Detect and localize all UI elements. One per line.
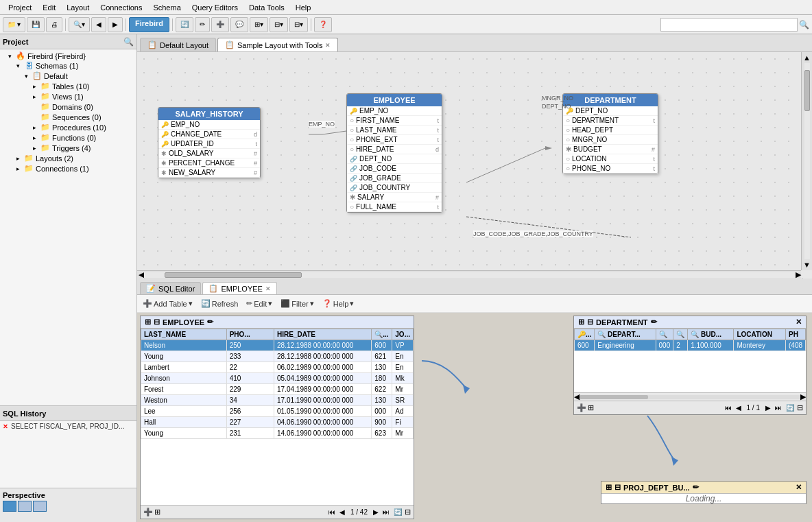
dept-col-phone_no[interactable]: ○ PHONE_NO t [563,164,658,174]
dept-close-icon[interactable]: ✕ [796,318,802,327]
emp-col-header-phone[interactable]: PHO... [226,329,274,340]
table-row[interactable]: 600 Engineering 000 2 1.100.000 Monterey… [575,340,806,351]
emp-nav-last[interactable]: ⏭ [381,508,391,516]
tree-item-views[interactable]: ▸ 📁 Views (1) [0,91,136,102]
diagram-table-employee[interactable]: EMPLOYEE 🔑 EMP_NO ○ FIRST_NAME t ○ LAST_… [346,93,442,213]
dept-nav-settings[interactable]: ⊟ [797,403,803,412]
sql-history-item[interactable]: SELECT FISCAL_YEAR, PROJ_ID... [0,421,136,431]
emp-col-last_name[interactable]: ○ LAST_NAME t [347,126,442,135]
menu-help[interactable]: Help [290,2,317,13]
dept-col-head_dept[interactable]: ○ HEAD_DEPT [563,126,658,135]
add-table-tb-btn[interactable]: ➕ [211,17,229,32]
global-search[interactable] [660,18,798,32]
tree-item-triggers[interactable]: ▸ 📁 Triggers (4) [0,143,136,153]
dept-nav-first[interactable]: ⏮ [724,404,733,412]
diagram-table-salary-history[interactable]: SALARY_HISTORY 🔑 EMP_NO 🔑 CHANGE_DATE d … [158,107,261,178]
refresh-data-btn[interactable]: 🔄 Refresh [198,298,241,309]
tree-item-firebird[interactable]: ▾ 🔥 Firebird {Firebird} [0,51,136,61]
save-btn[interactable]: 💾 [27,17,45,32]
grid-btn[interactable]: ⊞▾ [250,17,268,32]
diagram-vscroll[interactable]: ▲ ▼ [801,52,812,270]
refresh-btn[interactable]: 🔄 [176,17,193,32]
dept-col-header-ph[interactable]: PH [785,329,805,340]
hscroll-track[interactable] [144,272,796,278]
emp-col-emp_no[interactable]: 🔑 EMP_NO [347,106,442,116]
emp-col-first_name[interactable]: ○ FIRST_NAME t [347,116,442,126]
edit-data-btn[interactable]: ✏ Edit ▾ [243,298,275,309]
arrange-btn[interactable]: ⊟▾ [289,17,308,32]
tree-item-schemas[interactable]: ▾ 🗄 Schemas (1) [0,61,136,71]
menu-edit[interactable]: Edit [37,2,61,13]
dept-col-budget[interactable]: ✱ BUDGET # [563,145,658,154]
table-row[interactable]: Johnson 410 05.04.1989 00:00:00 000 180 … [141,373,414,384]
help-data-btn[interactable]: ❓ Help ▾ [320,298,357,309]
emp-nav-next[interactable]: ▶ [372,508,380,516]
project-search-icon[interactable]: 🔍 [123,37,134,47]
dept-nav-prev[interactable]: ◀ [735,404,743,412]
emp-col-salary[interactable]: ✱ SALARY # [347,193,442,202]
dept-nav-add[interactable]: ➕ [577,403,586,412]
emp-col-dept_no[interactable]: 🔗 DEPT_NO [347,154,442,164]
diagram-table-department[interactable]: DEPARTMENT 🔑 DEPT_NO ○ DEPARTMENT t ○ HE… [562,93,658,174]
dept-nav-last[interactable]: ⏭ [774,404,783,412]
emp-col-header-col4[interactable]: 🔍... [372,329,392,340]
filter-btn[interactable]: ⬛ Filter ▾ [278,298,316,309]
table-row[interactable]: Forest 229 17.04.1989 00:00:00 000 622 M… [141,384,414,395]
table-row[interactable]: Young 233 28.12.1988 00:00:00 000 621 En [141,351,414,362]
tree-item-domains[interactable]: ▸ 📁 Domains (0) [0,102,136,112]
bottom-tab-employee-close[interactable]: ✕ [265,285,271,292]
emp-col-hire_date[interactable]: ○ HIRE_DATE d [347,145,442,154]
dept-col-header-col3[interactable]: 🔍 [656,329,673,340]
menu-data-tools[interactable]: Data Tools [243,2,290,13]
perspective-btn-2[interactable] [18,501,32,512]
emp-nav-first[interactable]: ⏮ [327,508,337,516]
menu-schema[interactable]: Schema [147,2,186,13]
table-row[interactable]: Young 231 14.06.1990 00:00:00 000 623 Mr [141,428,414,439]
sh-col-new_salary[interactable]: ✱ NEW_SALARY # [158,168,260,178]
tab-sample-layout-close[interactable]: ✕ [325,42,331,49]
dept-col-location[interactable]: ○ LOCATION t [563,154,658,164]
sh-col-old_salary[interactable]: ✱ OLD_SALARY # [158,149,260,158]
emp-nav-prev[interactable]: ◀ [338,508,346,516]
tree-item-functions[interactable]: ▸ 📁 Functions (0) [0,132,136,143]
dept-col-dept_no[interactable]: 🔑 DEPT_NO [563,106,658,116]
print-btn[interactable]: 🖨 [46,17,62,32]
bottom-tab-employee[interactable]: 📋 EMPLOYEE ✕ [202,282,277,294]
dept-col-header-key[interactable]: 🔑... [575,329,595,340]
comment-btn[interactable]: 💬 [230,17,248,32]
vscroll-thumb[interactable] [804,70,810,111]
emp-nav-settings[interactable]: ⊟ [405,508,411,517]
add-table-btn[interactable]: ➕ Add Table ▾ [140,298,195,309]
dept-col-department[interactable]: ○ DEPARTMENT t [563,116,658,126]
dept-col-header-dept[interactable]: 🔍 DEPART... [595,329,656,340]
table-row[interactable]: Weston 34 17.01.1990 00:00:00 000 130 SR [141,395,414,406]
tree-item-sequences[interactable]: ▸ 📁 Sequences (0) [0,112,136,122]
firebird-btn[interactable]: Firebird [129,17,169,32]
emp-col-job_country[interactable]: 🔗 JOB_COUNTRY [347,183,442,193]
emp-nav-icon2[interactable]: ⊞ [154,508,160,517]
tree-item-default[interactable]: ▾ 📋 Default [0,71,136,81]
dept-col-header-location[interactable]: LOCATION [734,329,786,340]
dept-edit-icon[interactable]: ✏ [651,318,657,327]
hscroll-right[interactable]: ▶ [796,270,801,278]
edit-tb-btn[interactable]: ✏ [195,17,210,32]
hscroll-thumb[interactable] [165,272,302,278]
dept-nav-next[interactable]: ▶ [764,404,772,412]
dept-col-header-budget[interactable]: 🔍 BUD... [688,329,734,340]
perspective-btn-1[interactable] [3,501,16,512]
tree-item-layouts[interactable]: ▸ 📁 Layouts (2) [0,153,136,163]
emp-nav-add[interactable]: ➕ [143,508,153,517]
emp-col-header-col5[interactable]: JO... [392,329,414,340]
emp-col-header-hire_date[interactable]: HIRE_DATE [274,329,372,340]
menu-connections[interactable]: Connections [95,2,147,13]
sh-col-percent_change[interactable]: ✱ PERCENT_CHANGE # [158,158,260,168]
proj-edit-icon[interactable]: ✏ [693,483,699,492]
nav-back-btn[interactable]: ◀ [91,17,106,32]
vscroll-up[interactable]: ▲ [803,54,811,62]
sh-col-updater_id[interactable]: 🔑 UPDATER_ID t [158,139,260,149]
sh-col-emp_no[interactable]: 🔑 EMP_NO [158,120,260,130]
menu-query-editors[interactable]: Query Editors [187,2,243,13]
dept-col-header-col4[interactable]: 🔍 [673,329,688,340]
diagram-hscroll[interactable]: ◀ ▶ [137,270,801,278]
dept-nav-icon2[interactable]: ⊞ [588,403,594,412]
